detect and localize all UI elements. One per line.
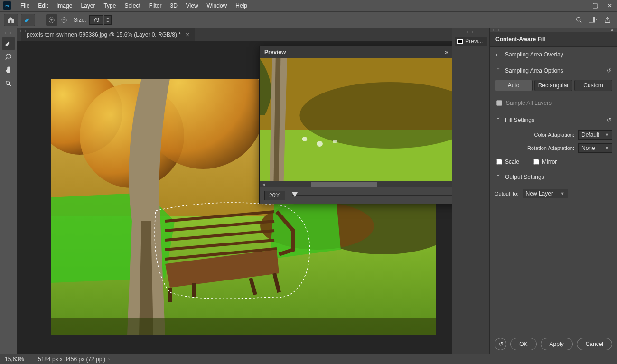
svg-point-20: [317, 141, 323, 147]
chevron-down-icon: ▼: [605, 146, 609, 150]
menu-help[interactable]: Help: [231, 0, 252, 11]
color-adaptation-label: Color Adaptation:: [495, 132, 574, 138]
status-dimensions: 5184 px x 3456 px (72 ppi): [38, 356, 105, 363]
menu-window[interactable]: Window: [203, 0, 232, 11]
menu-filter[interactable]: Filter: [145, 0, 166, 11]
preview-zoom-slider[interactable]: [292, 195, 452, 196]
section-fill-settings[interactable]: › Fill Settings ↺: [490, 112, 617, 128]
sample-all-layers-row: Sample All Layers: [490, 98, 617, 112]
mode-custom-button[interactable]: Custom: [574, 80, 612, 91]
subtract-mode-button[interactable]: [58, 14, 70, 26]
mirror-option[interactable]: Mirror: [533, 159, 557, 165]
preview-title: Preview: [264, 49, 286, 56]
left-toolbar: ⋮⋮: [0, 28, 17, 354]
content-aware-fill-panel: ⋮⋮» Content-Aware Fill › Sampling Area O…: [490, 28, 617, 354]
size-stepper[interactable]: [104, 15, 112, 25]
mirror-checkbox[interactable]: [533, 159, 539, 165]
svg-point-5: [577, 17, 580, 21]
workspace-switcher-icon[interactable]: [588, 14, 599, 26]
scale-checkbox[interactable]: [496, 159, 502, 165]
mode-auto-button[interactable]: Auto: [495, 80, 533, 91]
reset-all-button[interactable]: ↺: [495, 338, 506, 350]
preview-header[interactable]: Preview » ≡: [260, 46, 452, 58]
panel-footer: ↺ OK Apply Cancel: [490, 334, 617, 354]
search-icon[interactable]: [573, 14, 585, 26]
chevron-right-icon[interactable]: ›: [108, 357, 110, 362]
app-logo: Ps: [3, 1, 11, 10]
panel-grip-icon[interactable]: ⋮⋮: [4, 31, 13, 36]
document-tab[interactable]: pexels-tom-swinnen-595386.jpg @ 15,6% (L…: [21, 28, 195, 41]
apply-button[interactable]: Apply: [541, 338, 573, 350]
reset-icon[interactable]: ↺: [607, 67, 611, 74]
scroll-thumb[interactable]: [311, 182, 377, 187]
svg-text:Ps: Ps: [5, 4, 9, 8]
output-to-select[interactable]: New Layer▼: [523, 189, 568, 198]
panel-grip-icon[interactable]: ⋮⋮: [492, 28, 501, 33]
panel-grip-icon[interactable]: ⋮⋮: [19, 29, 28, 34]
preview-zoom-input[interactable]: [264, 191, 285, 200]
section-output-settings[interactable]: › Output Settings: [490, 169, 617, 185]
collapse-icon[interactable]: »: [445, 49, 448, 56]
size-input[interactable]: [89, 15, 103, 25]
sample-all-layers-checkbox: [496, 100, 502, 106]
chevron-down-icon: ›: [495, 117, 502, 123]
reset-icon[interactable]: ↺: [607, 117, 611, 123]
section-sampling-options[interactable]: › Sampling Area Options ↺: [490, 63, 617, 79]
slider-knob[interactable]: [292, 192, 298, 197]
panel-grip-icon[interactable]: ⋮⋮: [466, 30, 476, 35]
options-bar: Size:: [0, 11, 617, 28]
label-output-settings: Output Settings: [505, 174, 544, 180]
menu-view[interactable]: View: [182, 0, 203, 11]
window-minimize-button[interactable]: —: [574, 0, 589, 11]
ok-button[interactable]: OK: [510, 338, 536, 350]
preview-tab-label: Previ...: [465, 38, 483, 45]
output-to-label: Output To:: [495, 191, 519, 196]
menu-layer[interactable]: Layer: [76, 0, 99, 11]
chevron-right-icon: ›: [495, 51, 501, 58]
svg-point-22: [333, 140, 337, 143]
canvas-viewport[interactable]: Preview » ≡ ◄: [17, 41, 452, 354]
menu-3d[interactable]: 3D: [166, 0, 181, 11]
add-mode-button[interactable]: [46, 14, 57, 26]
label-sampling-overlay: Sampling Area Overlay: [505, 51, 563, 58]
collapsed-panels-column: ⋮⋮ Previ...: [452, 28, 490, 354]
mode-rectangular-button[interactable]: Rectangular: [534, 80, 572, 91]
svg-point-8: [6, 81, 9, 85]
menu-edit[interactable]: Edit: [34, 0, 52, 11]
hand-tool[interactable]: [2, 64, 15, 76]
svg-rect-2: [593, 4, 597, 8]
menu-image[interactable]: Image: [52, 0, 76, 11]
preview-content: [260, 58, 452, 181]
status-zoom[interactable]: 15,63%: [5, 356, 33, 363]
menu-file[interactable]: File: [16, 0, 34, 11]
lasso-tool[interactable]: [2, 51, 15, 63]
scroll-left-icon[interactable]: ◄: [262, 182, 266, 187]
rotation-adaptation-label: Rotation Adaptation:: [495, 145, 574, 151]
sampling-brush-tool[interactable]: [2, 37, 15, 50]
chevron-down-icon: ▼: [561, 191, 565, 196]
color-adaptation-select[interactable]: Default▼: [578, 130, 612, 140]
close-tab-icon[interactable]: ×: [186, 31, 189, 38]
sampling-brush-icon[interactable]: [21, 14, 35, 26]
home-button[interactable]: [4, 14, 18, 26]
preview-collapsed-tab[interactable]: Previ...: [455, 37, 487, 46]
menu-bar: Ps File Edit Image Layer Type Select Fil…: [0, 0, 617, 11]
scale-option[interactable]: Scale: [496, 159, 519, 165]
cancel-button[interactable]: Cancel: [577, 338, 612, 350]
rotation-adaptation-select[interactable]: None▼: [578, 143, 612, 153]
chevron-down-icon: ›: [495, 68, 502, 74]
share-icon[interactable]: [602, 14, 613, 26]
canvas-area: ⋮⋮ pexels-tom-swinnen-595386.jpg @ 15,6%…: [17, 28, 452, 354]
expand-icon[interactable]: »: [610, 28, 613, 33]
zoom-tool[interactable]: [2, 77, 15, 90]
preview-tab-icon: [457, 39, 463, 44]
section-sampling-overlay[interactable]: › Sampling Area Overlay: [490, 47, 617, 63]
menu-select[interactable]: Select: [120, 0, 144, 11]
preview-panel[interactable]: Preview » ≡ ◄: [259, 46, 452, 204]
size-label: Size:: [74, 17, 86, 23]
preview-h-scrollbar[interactable]: ◄ ►: [260, 181, 452, 187]
window-close-button[interactable]: ✕: [603, 0, 617, 11]
menu-type[interactable]: Type: [99, 0, 120, 11]
window-restore-button[interactable]: [589, 0, 603, 11]
svg-rect-16: [51, 318, 436, 335]
